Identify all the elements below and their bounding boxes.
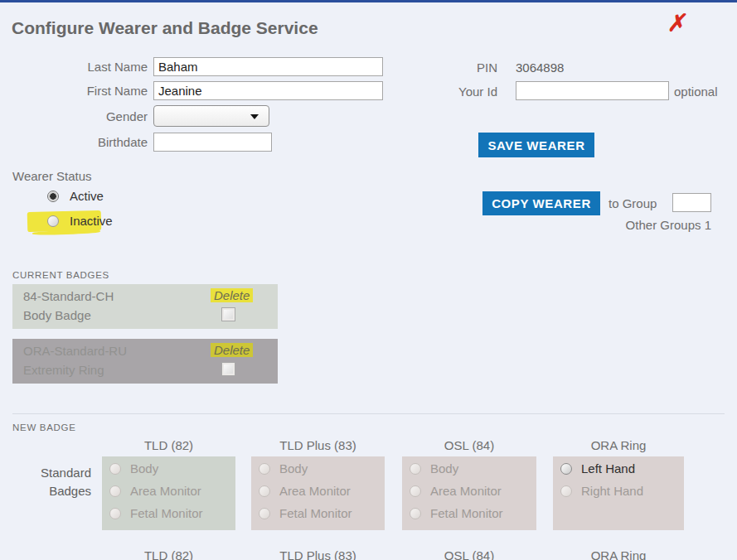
badge-group-ora-ring: Left Hand Right Hand	[553, 456, 684, 530]
birthdate-input[interactable]	[153, 133, 272, 152]
badge-group-tld: Body Area Monitor Fetal Monitor	[102, 456, 235, 530]
other-groups-text: Other Groups 1	[579, 216, 711, 234]
delete-badge-link[interactable]: Delete	[211, 288, 253, 302]
radio-option[interactable]: Fetal Monitor	[410, 507, 536, 520]
radio-option[interactable]: Right Hand	[560, 485, 684, 498]
badge-type: Extremity Ring	[23, 363, 104, 377]
badge-group-osl: Body Area Monitor Fetal Monitor	[402, 456, 536, 530]
chevron-down-icon	[250, 114, 259, 119]
birthdate-label: Birthdate	[48, 133, 148, 152]
your-id-optional-note: optional	[674, 83, 718, 101]
your-id-input[interactable]	[516, 81, 669, 100]
badge-code: 84-Standard-CH	[23, 289, 114, 303]
radio-option[interactable]: Fetal Monitor	[259, 507, 385, 520]
delete-badge-link[interactable]: Delete	[211, 343, 253, 357]
column-header-tld-plus-row2: TLD Plus (83)	[251, 548, 385, 560]
delete-badge-checkbox[interactable]	[221, 362, 235, 376]
your-id-label: Your Id	[398, 83, 497, 101]
radio-icon	[259, 485, 270, 497]
column-header-ora-ring: ORA Ring	[553, 438, 684, 453]
radio-icon	[109, 508, 121, 519]
top-accent-bar	[0, 0, 737, 2]
radio-icon	[560, 463, 572, 475]
first-name-input[interactable]	[153, 81, 383, 100]
radio-option[interactable]: Area Monitor	[109, 485, 235, 498]
configure-wearer-dialog: Configure Wearer and Badge Service ✗ Las…	[0, 0, 737, 560]
radio-option[interactable]: Left Hand	[560, 462, 684, 476]
delete-badge-checkbox[interactable]	[221, 307, 235, 321]
badge-group-tld-plus: Body Area Monitor Fetal Monitor	[251, 456, 385, 530]
page-title: Configure Wearer and Badge Service	[12, 18, 318, 38]
wearer-status-inactive-label: Inactive	[70, 215, 113, 228]
current-badges-heading: CURRENT BADGES	[12, 270, 109, 280]
radio-icon	[410, 508, 421, 519]
pin-value: 3064898	[516, 59, 564, 77]
radio-icon	[109, 485, 121, 497]
column-header-tld: TLD (82)	[102, 438, 235, 453]
column-header-tld-row2: TLD (82)	[102, 548, 235, 560]
to-group-input[interactable]	[672, 193, 711, 212]
last-name-input[interactable]	[153, 57, 383, 76]
radio-icon	[259, 508, 270, 519]
radio-icon	[410, 463, 421, 475]
current-badge-card: ORA-Standard-RU Extremity Ring Delete	[12, 339, 278, 384]
save-wearer-button[interactable]: SAVE WEARER	[478, 133, 594, 157]
radio-icon	[410, 485, 421, 497]
current-badge-card: 84-Standard-CH Body Badge Delete	[12, 284, 278, 329]
column-header-ora-ring-row2: ORA Ring	[553, 548, 684, 560]
standard-badges-row-label: Standard Badges	[17, 464, 91, 500]
badge-type: Body Badge	[23, 308, 91, 322]
to-group-label: to Group	[609, 195, 657, 213]
gender-select[interactable]	[153, 105, 269, 127]
radio-icon	[560, 485, 572, 497]
last-name-label: Last Name	[48, 58, 148, 76]
pin-label: PIN	[398, 59, 497, 77]
radio-option[interactable]: Body	[410, 462, 536, 476]
first-name-label: First Name	[48, 82, 148, 100]
wearer-status-label: Wearer Status	[12, 167, 92, 186]
badge-code: ORA-Standard-RU	[23, 344, 127, 358]
section-divider	[12, 413, 725, 414]
radio-option[interactable]: Fetal Monitor	[109, 507, 235, 520]
wearer-status-active-radio[interactable]	[47, 191, 59, 202]
radio-option[interactable]: Body	[109, 462, 235, 476]
wearer-status-active-label: Active	[70, 190, 104, 203]
radio-option[interactable]: Body	[259, 462, 385, 476]
copy-wearer-button[interactable]: COPY WEARER	[482, 191, 600, 215]
close-icon[interactable]: ✗	[666, 9, 686, 37]
column-header-tld-plus: TLD Plus (83)	[251, 438, 385, 453]
radio-icon	[109, 463, 121, 475]
radio-icon	[259, 463, 270, 475]
column-header-osl-row2: OSL (84)	[402, 548, 536, 560]
wearer-status-inactive-radio[interactable]	[47, 215, 59, 227]
new-badge-heading: NEW BADGE	[12, 422, 76, 432]
radio-option[interactable]: Area Monitor	[259, 485, 385, 498]
column-header-osl: OSL (84)	[402, 438, 536, 453]
radio-option[interactable]: Area Monitor	[410, 485, 536, 498]
gender-label: Gender	[48, 108, 148, 126]
